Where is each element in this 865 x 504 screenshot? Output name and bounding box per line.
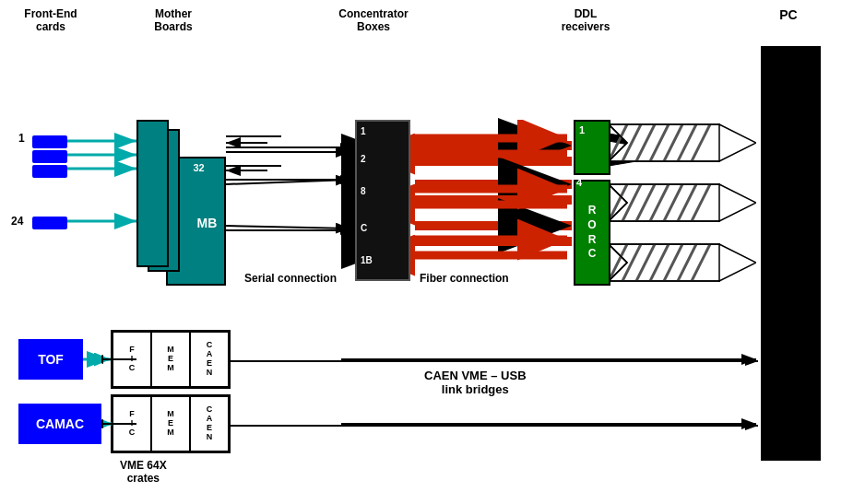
- tof-to-pc-arrow: [231, 348, 765, 374]
- vme-cell-mem-tof: MEM: [151, 332, 190, 387]
- ddl-num4: 4: [576, 177, 582, 188]
- vme-cell-caen-tof: CAEN: [190, 332, 229, 387]
- ddl-receivers-label: DDLreceivers: [544, 7, 627, 33]
- diagram: Front-End cards MotherBoards Concentrato…: [0, 0, 865, 504]
- motherboard-1: [136, 120, 169, 267]
- svg-marker-56: [719, 244, 756, 281]
- vme-cell-mem-camac: MEM: [151, 396, 190, 451]
- fe-card-1: [32, 135, 67, 148]
- rorc-label: RORC: [587, 204, 596, 261]
- camac-box: CAMAC: [18, 404, 101, 444]
- svg-marker-36: [719, 124, 756, 161]
- fe-num1: 1: [18, 132, 25, 145]
- svg-marker-46: [719, 184, 756, 221]
- ddl-recv-1: 1: [574, 120, 610, 175]
- front-end-cards-label: Front-End cards: [14, 7, 88, 33]
- conc-label-2: 2: [361, 154, 366, 164]
- tof-label: TOF: [38, 352, 64, 367]
- fe-num24: 24: [11, 215, 23, 228]
- tof-box: TOF: [18, 339, 83, 380]
- caen-back-tof: [101, 348, 138, 370]
- fe-card-3: [32, 165, 67, 178]
- fe-card-24: [32, 217, 67, 229]
- concentrator-boxes-label: ConcentratorBoxes: [327, 7, 420, 33]
- vme-64x-label: VME 64Xcrates: [120, 459, 167, 485]
- conc-label-8: 8: [361, 186, 366, 196]
- vme-cell-caen-camac: CAEN: [190, 396, 229, 451]
- ddl-num1: 1: [579, 124, 585, 135]
- caen-back-camac: [101, 413, 138, 435]
- rorc-block: RORC: [574, 180, 610, 286]
- concentrator-box: 1 2 8 C 1B: [355, 120, 410, 281]
- mother-boards-label: MotherBoards: [136, 7, 210, 33]
- pc-label: PC: [765, 7, 812, 22]
- conc-label-1: 1: [361, 126, 366, 136]
- pc-block: [761, 46, 821, 461]
- mb-to-conc-arrows: [226, 120, 360, 276]
- pci-x-arrows: [609, 120, 756, 304]
- conc-label-1B: 1B: [361, 255, 373, 265]
- camac-label: CAMAC: [36, 416, 84, 431]
- fiber-arrows: [410, 120, 576, 304]
- conc-label-C: C: [361, 223, 367, 233]
- fe-card-2: [32, 150, 67, 163]
- mb-label: MB: [179, 216, 235, 230]
- camac-to-pc-arrow: [231, 413, 765, 439]
